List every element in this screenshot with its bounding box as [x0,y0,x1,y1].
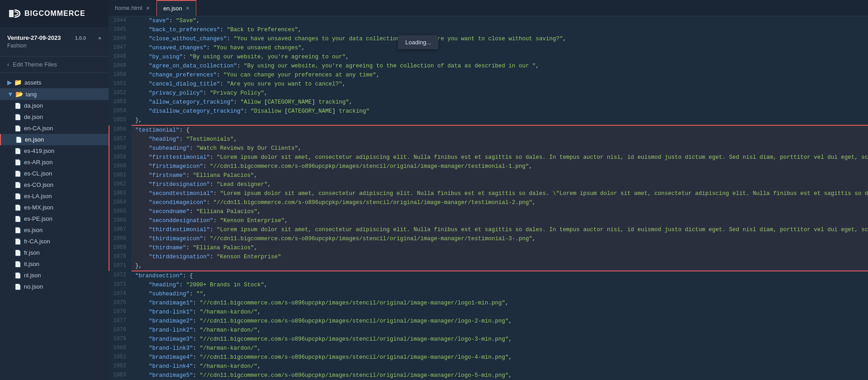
file-es-AR-json[interactable]: 📄es-AR.json [0,157,109,168]
table-row: 1063 "secondtestimonial": "Lorem ipsum d… [109,189,868,198]
edit-theme-button[interactable]: ‹ Edit Theme Files [0,57,109,73]
line-content[interactable]: "brandimage4": "//cdn11.bigcommerce.com/… [132,353,868,362]
tab-en-json-close[interactable]: × [186,5,190,11]
table-row: 1061 "firstname": "Elliana Palacios", [109,171,868,180]
tab-en-json-label: en.json [163,5,182,12]
file-en-CA-json[interactable]: 📄en-CA.json [0,123,109,134]
line-content[interactable]: "brandimage1": "//cdn11.bigcommerce.com/… [132,299,868,308]
folder-lang[interactable]: ▼ 📂 lang [0,88,109,100]
line-number: 1060 [109,162,132,171]
file-en-json[interactable]: 📄en.json [0,134,109,145]
line-content[interactable]: "firstimageicon": "//cdn11.bigcommerce.c… [132,162,868,171]
line-content[interactable]: "brandimage3": "//cdn11.bigcommerce.com/… [132,335,868,344]
file-de-json[interactable]: 📄de.json [0,111,109,123]
line-content[interactable]: "thirddesignation": "Kenson Enterprise" [132,252,868,261]
file-it-json[interactable]: 📄it.json [0,258,109,270]
line-number: 1048 [109,52,132,62]
line-content[interactable]: "brandimage2": "//cdn11.bigcommerce.com/… [132,317,868,326]
file-es-json[interactable]: 📄es.json [0,224,109,236]
line-content[interactable]: "disallow_category_tracking": "Disallow … [132,107,868,116]
table-row: 1075 "brandimage1": "//cdn11.bigcommerce… [109,299,868,308]
line-content[interactable]: "save": "Save", [132,16,868,25]
line-content[interactable]: "thirdname": "Elliana Palacios", [132,243,868,252]
line-content[interactable]: "subheading": "Watch Reviews by Our Clie… [132,144,868,153]
line-number: 1067 [109,225,132,234]
table-row: 1059 "firsttestimonial": "Lorem ipsum do… [109,153,868,162]
file-es-CL-json[interactable]: 📄es-CL.json [0,168,109,179]
file-icon: 📄 [14,103,21,109]
line-content[interactable]: "firstdesignation": "Lead designer", [132,180,868,189]
file-fr-json[interactable]: 📄fr.json [0,247,109,258]
line-content[interactable]: "brandimage5": "//cdn11.bigcommerce.com/… [132,371,868,380]
line-number: 1057 [109,135,132,144]
file-label: en-CA.json [24,125,53,132]
line-content[interactable]: "back_to_preferences": "Back to Preferen… [132,25,868,34]
file-da-json[interactable]: 📄da.json [0,100,109,111]
line-content[interactable]: }, [132,116,868,125]
line-content[interactable]: "seconddesignation": "Kenson Enterprise"… [132,216,868,225]
file-icon: 📄 [14,125,21,132]
table-row: 1060 "firstimageicon": "//cdn11.bigcomme… [109,162,868,171]
line-content[interactable]: "heading": "Testimonials", [132,135,868,144]
line-number: 1078 [109,326,132,335]
line-content[interactable]: "thirdtestimonial": "Lorem ipsum dolor s… [132,225,868,234]
line-content[interactable]: "brand-link1": "/harman-kardon/", [132,308,868,317]
line-content[interactable]: "brand-link4": "/harman-kardon/", [132,362,868,371]
line-content[interactable]: }, [132,261,868,271]
line-content[interactable]: "testimonial": { [132,125,868,135]
file-es-PE-json[interactable]: 📄es-PE.json [0,213,109,224]
line-content[interactable]: "secondimageicon": "//cdn11.bigcommerce.… [132,198,868,207]
line-content[interactable]: "allow_category_tracking": "Allow [CATEG… [132,98,868,107]
file-nl-json[interactable]: 📄nl.json [0,270,109,281]
editor-area[interactable]: Loading... 1044 "save": "Save",1045 "bac… [109,16,868,380]
line-content[interactable]: "firsttestimonial": "Lorem ipsum dolor s… [132,153,868,162]
line-content[interactable]: "privacy_policy": "Privacy Policy", [132,89,868,98]
file-label: da.json [24,102,43,109]
line-content[interactable]: "subheading": "", [132,290,868,299]
line-number: 1075 [109,299,132,308]
file-es-MX-json[interactable]: 📄es-MX.json [0,202,109,213]
line-content[interactable]: "agree_on_data_collection": "By using ou… [132,62,868,71]
line-content[interactable]: "cancel_dialog_title": "Are you sure you… [132,80,868,89]
tab-home-html-close[interactable]: × [146,5,150,11]
line-content[interactable]: "brand-link2": "/harman-kardon/", [132,326,868,335]
file-no-json[interactable]: 📄no.json [0,281,109,292]
tab-home-html[interactable]: home.html × [109,0,157,16]
line-content[interactable]: "secondname": "Elliana Palacios", [132,207,868,216]
table-row: 1057 "heading": "Testimonials", [109,135,868,144]
line-number: 1068 [109,234,132,243]
line-content[interactable]: "heading": "2000+ Brands in Stock", [132,280,868,290]
file-fr-CA-json[interactable]: 📄fr-CA.json [0,236,109,247]
file-icon: 📄 [14,284,21,290]
line-content[interactable]: "by_using": "By using our website, you'r… [132,52,868,62]
line-content[interactable]: "unsaved_changes": "You have unsaved cha… [132,43,868,52]
file-icon: 📄 [14,250,21,256]
chevron-icon[interactable]: « [98,35,101,41]
line-content[interactable]: "change_preferences": "You can change yo… [132,71,868,80]
file-es-LA-json[interactable]: 📄es-LA.json [0,190,109,202]
tab-home-html-label: home.html [115,5,142,11]
file-es-419-json[interactable]: 📄es-419.json [0,145,109,157]
line-number: 1065 [109,207,132,216]
file-icon: 📄 [14,148,21,154]
line-number: 1059 [109,153,132,162]
table-row: 1076 "brand-link1": "/harman-kardon/", [109,308,868,317]
line-content[interactable]: "brandsection": { [132,271,868,280]
folder-assets[interactable]: ▶ 📁 assets [0,76,109,88]
table-row: 1050 "change_preferences": "You can chan… [109,71,868,80]
line-number: 1045 [109,25,132,34]
line-content[interactable]: "secondtestimonial": "Lorem ipsum dolor … [132,189,868,198]
file-es-CO-json[interactable]: 📄es-CO.json [0,179,109,190]
file-label: es-419.json [24,147,54,154]
line-content[interactable]: "thirdimageicon": "//cdn11.bigcommerce.c… [132,234,868,243]
file-label: es-AR.json [24,159,53,166]
line-content[interactable]: "close_without_changes": "You have unsav… [132,34,868,43]
line-content[interactable]: "firstname": "Elliana Palacios", [132,171,868,180]
line-number: 1081 [109,353,132,362]
table-row: 1045 "back_to_preferences": "Back to Pre… [109,25,868,34]
line-content[interactable]: "brand-link3": "/harman-kardon/", [132,344,868,353]
project-name-label: Venture-27-09-2023 [7,34,61,41]
line-number: 1083 [109,371,132,380]
table-row: 1052 "privacy_policy": "Privacy Policy", [109,89,868,98]
tab-en-json[interactable]: en.json × [157,0,196,16]
